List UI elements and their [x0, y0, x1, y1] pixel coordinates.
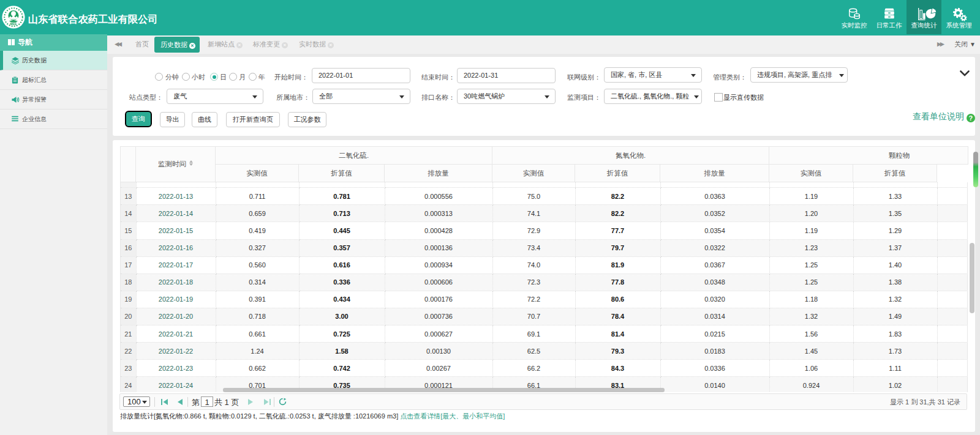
- svg-text:MEE: MEE: [10, 22, 18, 26]
